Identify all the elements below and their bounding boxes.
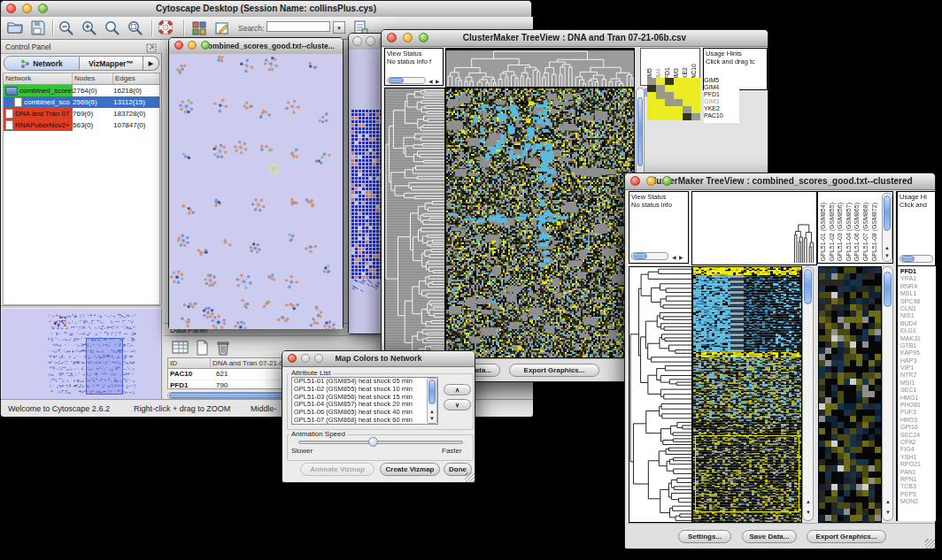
tv2-row-label[interactable]: HAP3 [900, 357, 936, 364]
tv2-zoom-vscrollbar[interactable]: ▲ ▼ [882, 266, 893, 521]
tv2-column-label[interactable]: GPL51-01 (GSM854) [820, 203, 826, 261]
tv2-button-export-graphics---[interactable]: Export Graphics... [807, 530, 886, 543]
scroll-up-icon[interactable]: ▲ [884, 245, 890, 250]
tv2-column-label[interactable]: GPL51-07 (GSM868) [862, 203, 869, 261]
treeview2-titlebar[interactable]: ClusterMaker TreeView : combined_scores_… [625, 173, 935, 190]
tv2-row-label[interactable]: GTB1 [900, 342, 936, 349]
tv1-zoom-matrix[interactable] [647, 78, 700, 120]
attribute-list-vscrollbar[interactable]: ▲ ▼ [427, 378, 437, 424]
scroll-right-icon[interactable]: ▶ [436, 79, 440, 84]
tv2-collabel-vscrollbar[interactable]: ▲ ▼ [882, 193, 892, 262]
tv2-row-label[interactable]: YSH1 [900, 454, 936, 461]
scroll-left-icon[interactable]: ◀ [672, 255, 676, 260]
tv2-button-save-data---[interactable]: Save Data... [742, 530, 797, 543]
close-icon[interactable] [174, 41, 183, 50]
tv2-row-label[interactable]: CPA2 [900, 439, 936, 446]
delete-attribute-icon[interactable] [215, 340, 231, 359]
dialog-titlebar[interactable]: Map Colors to Network [282, 351, 475, 367]
tv1-row-label[interactable]: GIM5 [704, 77, 739, 84]
tv2-row-label[interactable]: PUF3 [900, 409, 936, 416]
birdseye-view[interactable] [2, 309, 161, 399]
col-id[interactable]: ID [168, 358, 211, 368]
minimize-icon[interactable] [646, 176, 656, 186]
tv2-row-label[interactable]: VIP1 [900, 364, 936, 372]
network-view-titlebar[interactable]: combined_scores_good.txt--cluste... [169, 38, 343, 55]
col-nodes[interactable]: Nodes [73, 73, 113, 84]
scroll-up-icon[interactable]: ▲ [429, 409, 435, 414]
tv2-row-label[interactable]: YRA1 [900, 275, 936, 282]
move-attribute-up-button[interactable]: ∧ [444, 384, 471, 395]
scroll-right-icon[interactable]: ▶ [679, 255, 683, 260]
new-attribute-icon[interactable] [194, 340, 210, 359]
tv1-row-label[interactable]: PFD1 [704, 91, 739, 98]
tv2-column-label[interactable]: GPL51-03 (GSM856) [837, 203, 843, 261]
close-icon[interactable] [288, 354, 297, 363]
scroll-thumb[interactable] [901, 256, 915, 262]
tv2-usage-scrollbar[interactable] [900, 255, 933, 263]
tv2-row-label[interactable]: FIG4 [900, 446, 936, 453]
main-titlebar[interactable]: Cytoscape Desktop (Session Name: collins… [1, 1, 531, 18]
scroll-left-icon[interactable]: ◀ [429, 79, 433, 84]
zoom-out-icon[interactable] [58, 19, 77, 37]
tv2-column-label[interactable]: GPL51-04 (GSM857) [845, 203, 852, 261]
network-tree-row[interactable]: DNA and Tran 07769(0)183728(0) [4, 108, 159, 119]
scroll-down-icon[interactable]: ▼ [429, 416, 435, 421]
tv2-column-label[interactable]: GPL51-02 (GSM855) [829, 203, 835, 261]
scroll-thumb[interactable] [637, 97, 643, 166]
tv2-row-label[interactable]: CLN1 [900, 305, 936, 312]
tv2-row-label[interactable]: NIS1 [900, 312, 936, 319]
speed-slider-thumb[interactable] [368, 437, 378, 447]
tv1-status-scrollbar[interactable] [387, 77, 426, 84]
tab-vizmapper[interactable]: VizMapper™ [80, 56, 143, 71]
tv2-main-vscrollbar[interactable]: ▲ ▼ [802, 266, 814, 521]
tv1-column-dendrogram[interactable] [445, 48, 635, 88]
tv2-column-label[interactable]: GPL51-06 (GSM865) [853, 203, 860, 261]
tv2-column-label[interactable]: GPL51-08 (GSM872) [871, 203, 877, 261]
tv2-row-label[interactable]: PAN1 [900, 469, 936, 476]
search-dropdown-button[interactable]: ▼ [333, 21, 345, 34]
tv1-row-label[interactable]: YKE2 [704, 105, 739, 112]
tv1-button-export-graphics---[interactable]: Export Graphics... [509, 364, 599, 377]
tab-network[interactable]: Network [4, 56, 80, 71]
tv2-status-scrollbar[interactable] [631, 252, 668, 260]
annotation-icon[interactable] [213, 19, 233, 37]
tv2-row-label[interactable]: HRD3 [900, 417, 936, 424]
scroll-thumb[interactable] [884, 196, 891, 231]
dialog-button-create-vizmap[interactable]: Create Vizmap [380, 463, 440, 476]
scroll-thumb[interactable] [633, 253, 647, 259]
tv2-zoom-heatmap[interactable] [818, 266, 882, 523]
tv2-row-label[interactable]: SEC1 [900, 387, 936, 394]
network-table-header[interactable]: Network Nodes Edges [4, 73, 159, 85]
tv2-row-label[interactable]: HMG1 [900, 395, 936, 402]
scroll-thumb[interactable] [804, 269, 812, 304]
zoom-in-icon[interactable] [81, 19, 100, 37]
tv2-column-dendrogram[interactable] [691, 191, 817, 265]
tv1-row-dendrogram[interactable] [384, 88, 445, 358]
tv2-row-label[interactable]: RPN1 [900, 476, 936, 483]
zoom-selected-icon[interactable] [104, 19, 123, 37]
tv2-main-heatmap[interactable] [692, 266, 802, 523]
zoom-fit-icon[interactable] [127, 19, 146, 37]
col-network[interactable]: Network [4, 73, 73, 84]
scroll-down-icon[interactable]: ▼ [885, 510, 891, 515]
save-icon[interactable] [29, 19, 49, 37]
scroll-down-icon[interactable]: ▼ [884, 253, 890, 258]
tv1-main-heatmap[interactable] [445, 88, 635, 358]
vizmapper-palette-icon[interactable] [190, 19, 210, 37]
tv2-row-label[interactable]: GPI16 [900, 424, 936, 431]
network-tree-row[interactable]: combined_sco2569(6)13112(15) [4, 96, 159, 108]
tv2-row-label[interactable]: PEP5 [900, 491, 936, 498]
tv2-row-label[interactable]: RNR4 [900, 283, 936, 290]
tv2-row-label[interactable]: SPC98 [900, 298, 936, 305]
tab-overflow-button[interactable]: ▶ [143, 56, 159, 71]
scroll-up-icon[interactable]: ▲ [885, 499, 891, 504]
tv2-row-label[interactable]: NTR2 [900, 372, 936, 379]
network-canvas[interactable] [169, 54, 343, 329]
search-input[interactable] [266, 21, 330, 32]
tv1-row-label[interactable]: PAC10 [704, 112, 739, 119]
tv1-row-label[interactable]: GIM4 [704, 84, 739, 91]
speed-slider-track[interactable] [298, 441, 463, 444]
tv2-row-label[interactable]: KAP95 [900, 349, 936, 357]
col-edges[interactable]: Edges [113, 73, 159, 84]
minimize-icon[interactable] [366, 36, 375, 46]
